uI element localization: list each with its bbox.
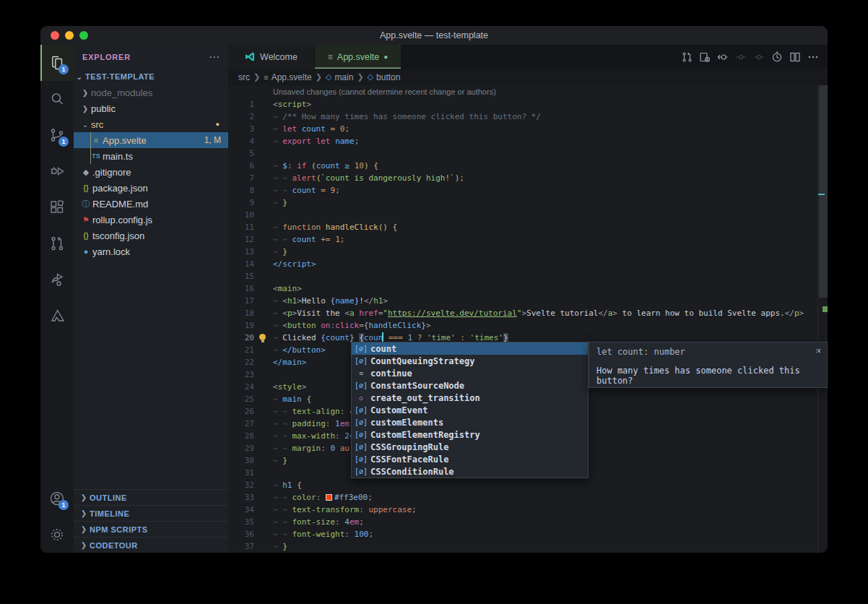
tree-item-package.json[interactable]: {}package.json xyxy=(74,180,228,196)
suggest-item-customElements[interactable]: [∅]customElements xyxy=(352,416,588,428)
lightbulb-icon[interactable] xyxy=(259,334,266,340)
split-editor-icon[interactable] xyxy=(789,51,801,63)
activity-extensions-icon[interactable] xyxy=(40,189,74,225)
line-number: 17 xyxy=(228,296,254,306)
code-line-9[interactable]: 9→ } xyxy=(228,197,828,209)
panel-npm-scripts[interactable]: ❯NPM SCRIPTS xyxy=(74,521,228,537)
svelte-file-icon: ≡ xyxy=(328,52,333,62)
gutter-decorations xyxy=(254,344,273,356)
code-line-19[interactable]: 19→ <button on:click={handleClick}> xyxy=(228,319,828,332)
symbol-cube-icon: ◇ xyxy=(326,72,331,82)
suggest-item-CustomEvent[interactable]: [∅]CustomEvent xyxy=(352,404,588,416)
activity-github-pull-requests-icon[interactable] xyxy=(40,225,74,262)
suggest-item-continue[interactable]: ≡continue xyxy=(352,367,588,379)
tree-root[interactable]: ⌄TEST-TEMPLATE xyxy=(74,69,228,85)
dirty-dot-icon[interactable]: ● xyxy=(383,53,388,61)
code-line-1[interactable]: 1<script> xyxy=(228,98,828,111)
tree-item-.gitignore[interactable]: ◆.gitignore xyxy=(74,164,228,180)
panel-timeline[interactable]: ❯TIMELINE xyxy=(74,505,228,521)
suggest-item-CSSFontFaceRule[interactable]: [∅]CSSFontFaceRule xyxy=(352,453,588,465)
tree-item-rollup.config.js[interactable]: ⚑rollup.config.js xyxy=(74,212,228,228)
line-number: 13 xyxy=(228,247,254,256)
breadcrumb-app-svelte[interactable]: ≡App.svelte xyxy=(264,72,311,82)
code-line-36[interactable]: 36→ → font-weight: 100; xyxy=(228,528,828,540)
suggest-signature: let count: number xyxy=(596,347,820,357)
gutter-decorations xyxy=(254,147,273,160)
panel-outline[interactable]: ❯OUTLINE xyxy=(74,489,228,505)
code-line-34[interactable]: 34→ → text-transform: uppercase; xyxy=(228,504,828,516)
code-text: → /** How many times has someone clicked… xyxy=(273,111,541,123)
code-line-15[interactable]: 15 xyxy=(228,270,828,282)
code-line-12[interactable]: 12→ → count += 1; xyxy=(228,233,828,246)
code-line-32[interactable]: 32→ h1 { xyxy=(228,479,828,491)
code-text: → function handleClick() { xyxy=(273,221,397,233)
indent-guide xyxy=(90,132,91,164)
activity-live-share-icon[interactable] xyxy=(40,262,74,298)
tree-item-yarn.lock[interactable]: ●yarn.lock xyxy=(74,243,228,259)
editor-scrollbar[interactable] xyxy=(817,85,828,553)
code-line-6[interactable]: 6→ $: if (count ≥ 10) { xyxy=(228,160,828,172)
tree-item-tsconfig.json[interactable]: {}tsconfig.json xyxy=(74,228,228,243)
code-text: → → margin: 0 au xyxy=(273,442,350,454)
tree-item-README.md[interactable]: ⓘREADME.md xyxy=(74,196,228,212)
activity-search-icon[interactable] xyxy=(40,81,74,117)
suggest-item-ConstantSourceNode[interactable]: [∅]ConstantSourceNode xyxy=(352,379,588,392)
breadcrumb-label: App.svelte xyxy=(272,72,312,82)
code-line-33[interactable]: 33→ → color: #ff3e00; xyxy=(228,491,828,504)
code-line-7[interactable]: 7→ → alert(`count is dangerously high!`)… xyxy=(228,172,828,184)
code-line-35[interactable]: 35→ → font-size: 4em; xyxy=(228,516,828,528)
activity-azure-icon[interactable] xyxy=(40,298,74,334)
code-line-13[interactable]: 13→ } xyxy=(228,246,828,258)
editor-content[interactable]: Unsaved changes (cannot determine recent… xyxy=(228,85,828,553)
suggest-item-CountQueuingStrategy[interactable]: [∅]CountQueuingStrategy xyxy=(352,355,588,367)
suggest-item-CSSConditionRule[interactable]: [∅]CSSConditionRule xyxy=(352,465,588,478)
code-line-8[interactable]: 8→ → count = 9; xyxy=(228,184,828,197)
tour-back-icon[interactable] xyxy=(717,51,729,63)
explorer-more-actions-icon[interactable]: ⋯ xyxy=(209,51,220,64)
more-actions-icon[interactable] xyxy=(807,51,819,63)
activity-source-control-icon[interactable]: 1 xyxy=(40,117,74,153)
suggest-label: CustomElementRegistry xyxy=(370,430,480,440)
line-number: 7 xyxy=(228,173,254,183)
breadcrumb-main[interactable]: ◇main xyxy=(326,72,353,82)
suggest-item-create_out_transition[interactable]: ◇create_out_transition xyxy=(352,392,588,404)
panel-codetour[interactable]: ❯CODETOUR xyxy=(74,537,228,553)
activity-accounts-icon[interactable]: 1 xyxy=(40,480,74,517)
code-line-3[interactable]: 3→ let count = 0; xyxy=(228,123,828,135)
code-line-2[interactable]: 2→ /** How many times has someone clicke… xyxy=(228,111,828,123)
tree-item-src[interactable]: ⌄src● xyxy=(74,116,228,132)
suggest-label: CSSConditionRule xyxy=(370,467,454,477)
gutter-decorations xyxy=(254,504,273,516)
title-bar[interactable]: App.svelte — test-template xyxy=(40,26,828,45)
tree-item-public[interactable]: ❯public xyxy=(74,100,228,116)
open-preview-icon[interactable] xyxy=(699,51,711,63)
git-icon: ◆ xyxy=(79,168,92,177)
tree-item-main.ts[interactable]: TSmain.ts xyxy=(74,148,228,164)
breadcrumb-src[interactable]: src xyxy=(238,72,250,82)
suggest-item-count[interactable]: [∅]count xyxy=(352,342,588,355)
code-line-10[interactable]: 10 xyxy=(228,209,828,221)
activity-explorer-icon[interactable]: 1 xyxy=(40,45,74,81)
code-line-18[interactable]: 18→ <p>Visit the <a href="https://svelte… xyxy=(228,307,828,319)
scrollbar-thumb[interactable] xyxy=(819,85,828,298)
code-line-16[interactable]: 16<main> xyxy=(228,282,828,295)
code-line-11[interactable]: 11→ function handleClick() { xyxy=(228,221,828,233)
suggest-item-CSSGroupingRule[interactable]: [∅]CSSGroupingRule xyxy=(352,441,588,453)
open-changes-icon[interactable] xyxy=(681,51,693,63)
gutter-decorations xyxy=(254,295,273,307)
breadcrumb-button[interactable]: ◇button xyxy=(368,72,401,82)
code-line-17[interactable]: 17→ <h1>Hello {name}!</h1> xyxy=(228,295,828,307)
tree-item-node_modules[interactable]: ❯node_modules xyxy=(74,85,228,100)
code-line-5[interactable]: 5 xyxy=(228,147,828,160)
code-line-4[interactable]: 4→ export let name; xyxy=(228,135,828,147)
suggest-item-CustomElementRegistry[interactable]: [∅]CustomElementRegistry xyxy=(352,428,588,441)
tree-item-App.svelte[interactable]: ≡App.svelte1, M xyxy=(74,132,228,148)
activity-manage-gear-icon[interactable] xyxy=(40,517,74,553)
tab-welcome[interactable]: Welcome xyxy=(228,45,315,69)
tab-app-svelte[interactable]: ≡App.svelte● xyxy=(315,45,402,69)
code-line-14[interactable]: 14</script> xyxy=(228,258,828,270)
code-line-37[interactable]: 37→ } xyxy=(228,540,828,553)
activity-run-and-debug-icon[interactable] xyxy=(40,153,74,189)
chevron-right-icon: ❯ xyxy=(79,105,91,113)
tour-record-icon[interactable] xyxy=(771,51,783,63)
